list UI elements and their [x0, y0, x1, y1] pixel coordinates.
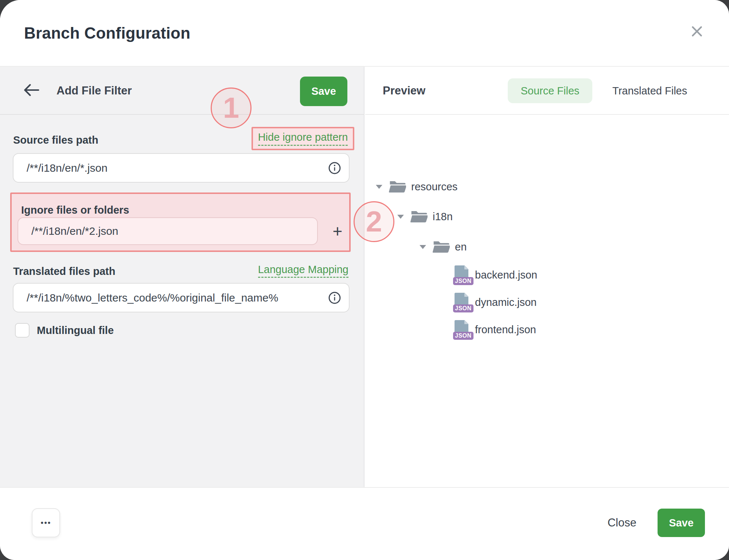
multilingual-label: Multilingual file [37, 324, 114, 337]
preview-panel: Preview Source Files Translated Files re… [365, 67, 729, 487]
hide-ignore-pattern-highlight: Hide ignore pattern [252, 127, 354, 150]
hide-ignore-pattern-link[interactable]: Hide ignore pattern [258, 131, 348, 146]
tree-row-frontend-json[interactable]: JSON frontend.json [365, 318, 729, 341]
language-mapping-wrap: Language Mapping [258, 264, 348, 276]
folder-icon [433, 240, 450, 254]
preview-header: Preview Source Files Translated Files [365, 67, 729, 115]
add-ignore-pattern-button[interactable]: + [326, 217, 349, 245]
ignore-files-label: Ignore files or folders [21, 204, 129, 216]
footer-close-button[interactable]: Close [608, 516, 636, 529]
close-icon [690, 24, 704, 40]
folder-icon [389, 180, 406, 194]
filter-panel-title: Add File Filter [56, 84, 132, 97]
tree-item-label: backend.json [475, 269, 537, 281]
tab-source-files[interactable]: Source Files [508, 78, 592, 103]
tree-row-backend-json[interactable]: JSON backend.json [365, 264, 729, 286]
more-options-button[interactable]: ••• [32, 508, 60, 537]
modal-title: Branch Configuration [24, 24, 190, 42]
translated-files-path-label: Translated files path [13, 265, 115, 277]
tree-row-i18n[interactable]: i18n [365, 205, 729, 228]
caret-down-icon[interactable] [376, 185, 382, 189]
tree-item-label: dynamic.json [475, 296, 537, 308]
json-file-icon: JSON [453, 265, 470, 284]
tree-item-label: frontend.json [475, 324, 536, 336]
translated-files-path-input[interactable] [13, 283, 350, 312]
footer-actions: Close Save [608, 508, 705, 537]
tab-translated-files[interactable]: Translated Files [609, 78, 691, 103]
json-file-icon: JSON [453, 293, 470, 312]
plus-icon: + [333, 221, 343, 241]
language-mapping-link[interactable]: Language Mapping [258, 264, 348, 278]
modal-footer: ••• Close Save [0, 487, 729, 560]
preview-title: Preview [383, 84, 425, 97]
tree-item-label: en [455, 241, 467, 253]
arrow-left-icon [23, 83, 40, 99]
info-icon[interactable] [327, 291, 342, 305]
tree-row-resources[interactable]: resources [365, 175, 729, 198]
ellipsis-icon: ••• [40, 518, 51, 528]
tree-item-label: i18n [433, 211, 453, 223]
json-badge: JSON [453, 277, 473, 285]
close-button[interactable] [688, 23, 706, 41]
tree-item-label: resources [411, 181, 457, 193]
file-tree: resources i18n en JSON backend.json [365, 115, 729, 487]
source-files-path-label: Source files path [13, 134, 98, 146]
json-badge: JSON [453, 332, 473, 340]
source-files-path-input[interactable] [13, 153, 350, 183]
modal-header: Branch Configuration [0, 0, 729, 67]
branch-configuration-modal: Branch Configuration Add File Filter Sav… [0, 0, 729, 560]
caret-down-icon[interactable] [420, 245, 426, 249]
json-badge: JSON [453, 304, 473, 312]
ignore-pattern-input[interactable] [17, 217, 318, 245]
json-file-icon: JSON [453, 320, 470, 339]
multilingual-checkbox[interactable] [15, 323, 30, 338]
info-icon[interactable] [327, 161, 342, 175]
back-button[interactable] [22, 82, 41, 100]
folder-icon [410, 210, 428, 223]
file-filter-panel: Add File Filter Save Source files path H… [0, 67, 364, 487]
tree-row-dynamic-json[interactable]: JSON dynamic.json [365, 291, 729, 314]
multilingual-row: Multilingual file [15, 323, 114, 338]
ignore-pattern-highlight-section: Ignore files or folders + [10, 192, 351, 252]
footer-save-button[interactable]: Save [658, 509, 705, 537]
tree-row-en[interactable]: en [365, 236, 729, 258]
caret-down-icon[interactable] [397, 215, 404, 219]
filter-save-button[interactable]: Save [300, 77, 347, 106]
filter-toolbar: Add File Filter Save [0, 67, 364, 115]
